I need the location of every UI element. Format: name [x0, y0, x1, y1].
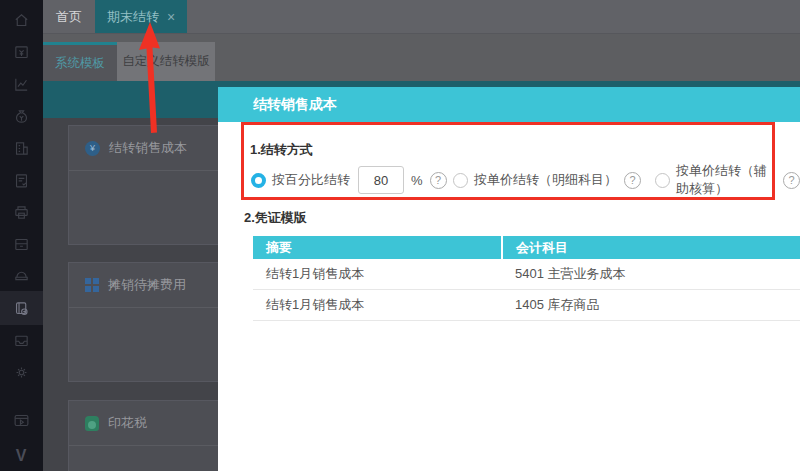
card-title: 结转销售成本	[109, 139, 187, 157]
chart-icon[interactable]	[0, 67, 43, 101]
option-unit-price-detail: 按单价结转（明细科目） ?	[453, 166, 641, 194]
account-cell: 1405 库存商品	[502, 290, 800, 321]
option-label: 按百分比结转	[272, 171, 350, 189]
home-icon[interactable]	[0, 3, 43, 37]
carryover-sales-cost-dialog: 结转销售成本 1.结转方式 按百分比结转 % ? 按单价结转（明细科目） ? 按…	[218, 87, 800, 471]
voucher-template-table: 摘要 会计科目 结转1月销售成本 5401 主营业务成本 结转1月销售成本 14…	[253, 236, 800, 321]
printer-icon[interactable]	[0, 195, 43, 229]
column-header-account: 会计科目	[502, 236, 800, 259]
section-voucher-template-title: 2.凭证模版	[244, 209, 307, 227]
radio-icon[interactable]	[655, 173, 670, 188]
carryover-icon[interactable]	[0, 291, 43, 325]
card-carryover-sales-cost[interactable]: ¥ 结转销售成本	[68, 125, 228, 245]
percentage-input[interactable]	[358, 166, 404, 194]
dialog-title: 结转销售成本	[218, 87, 800, 122]
radio-icon[interactable]	[453, 173, 468, 188]
sidebar: V	[0, 0, 43, 471]
help-icon[interactable]: ?	[430, 172, 447, 189]
settings-icon[interactable]	[0, 355, 43, 389]
section-carry-method-title: 1.结转方式	[250, 141, 313, 159]
help-icon[interactable]: ?	[783, 172, 800, 189]
option-percentage: 按百分比结转 % ?	[251, 166, 447, 194]
help-icon[interactable]: ?	[624, 172, 641, 189]
summary-cell: 结转1月销售成本	[253, 259, 502, 290]
money-bag-icon: ¥	[85, 141, 100, 156]
percent-sign: %	[411, 173, 423, 188]
stamp-icon	[85, 416, 99, 431]
table-row: 结转1月销售成本 5401 主营业务成本	[253, 259, 800, 290]
archive-icon[interactable]	[0, 227, 43, 261]
tax-icon[interactable]	[0, 259, 43, 293]
report-icon[interactable]	[0, 163, 43, 197]
money-bag-icon[interactable]	[0, 99, 43, 133]
app-window: V 首页 期末结转 × 系统模板 自定义结转模版 ¥ 结转销售成本 摊销待摊费用…	[0, 0, 800, 471]
company-icon[interactable]	[0, 131, 43, 165]
video-icon[interactable]	[0, 403, 43, 437]
v-logo: V	[0, 441, 43, 471]
radio-selected-icon[interactable]	[251, 173, 266, 188]
tab-home[interactable]: 首页	[43, 0, 95, 33]
close-icon[interactable]: ×	[167, 10, 175, 24]
option-label: 按单价结转（明细科目）	[474, 171, 617, 189]
summary-cell: 结转1月销售成本	[253, 290, 502, 321]
option-label: 按单价结转（辅助核算）	[676, 162, 776, 198]
card-title: 印花税	[108, 414, 147, 432]
subtab-system-template[interactable]: 系统模板	[43, 42, 117, 81]
tab-bar: 首页 期末结转 ×	[43, 0, 800, 34]
tab-period-end-carryover[interactable]: 期末结转 ×	[95, 0, 187, 33]
table-row: 结转1月销售成本 1405 库存商品	[253, 290, 800, 321]
inbox-icon[interactable]	[0, 323, 43, 357]
grid-icon	[85, 278, 99, 292]
column-header-summary: 摘要	[253, 236, 502, 259]
option-unit-price-auxiliary: 按单价结转（辅助核算） ?	[655, 166, 800, 194]
card-amortize-prepaid-expense[interactable]: 摊销待摊费用	[68, 262, 228, 382]
card-title: 摊销待摊费用	[108, 276, 186, 294]
account-cell: 5401 主营业务成本	[502, 259, 800, 290]
voucher-icon[interactable]	[0, 35, 43, 69]
template-subtabs: 系统模板 自定义结转模版	[43, 34, 800, 81]
subtab-custom-template[interactable]: 自定义结转模版	[117, 42, 215, 81]
tab-label: 期末结转	[107, 8, 159, 26]
card-stamp-tax[interactable]: 印花税	[68, 400, 228, 471]
